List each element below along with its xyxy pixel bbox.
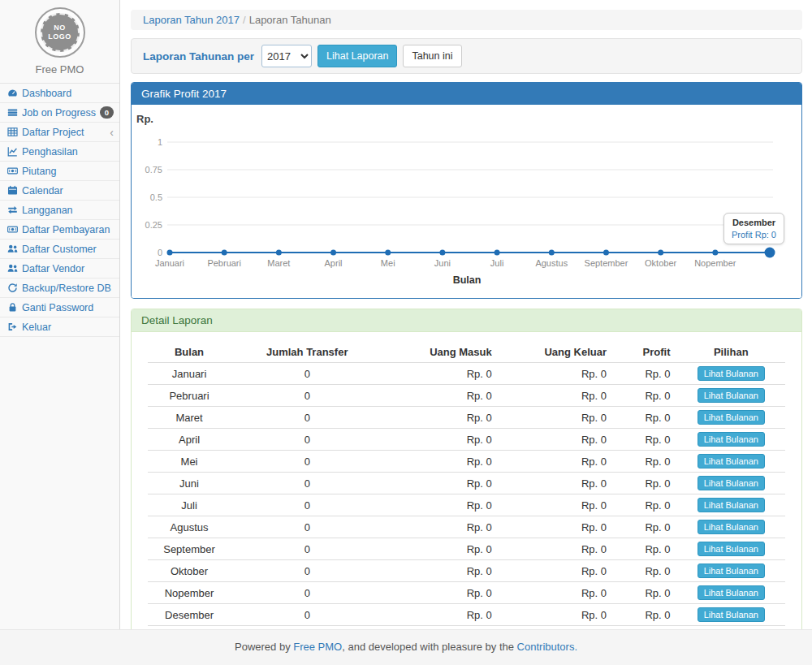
app-layout: NO LOGO Free PMO DashboardJob on Progres… bbox=[0, 0, 812, 629]
cell-jumlah-transfer: 0 bbox=[231, 407, 383, 429]
cell-profit: Rp. 0 bbox=[613, 626, 677, 630]
refresh-icon bbox=[6, 283, 19, 294]
x-tick-label-juli: Juli bbox=[490, 258, 504, 268]
sidebar: NO LOGO Free PMO DashboardJob on Progres… bbox=[0, 0, 120, 629]
tahun-ini-button[interactable]: Tahun ini bbox=[403, 45, 461, 68]
cell-uang-masuk: Rp. 0 bbox=[383, 560, 498, 582]
chart-point-mei[interactable] bbox=[385, 250, 391, 256]
sidebar-item-dashboard[interactable]: Dashboard bbox=[0, 84, 119, 103]
sidebar-item-piutang[interactable]: Piutang bbox=[0, 162, 119, 181]
chart-point-januari[interactable] bbox=[167, 250, 173, 256]
breadcrumb-link-laporan-tahun[interactable]: Laporan Tahun 2017 bbox=[143, 14, 240, 26]
lihat-bulanan-button-mei[interactable]: Lihat Bulanan bbox=[698, 454, 765, 469]
table-row-agustus: Agustus0Rp. 0Rp. 0Rp. 0Lihat Bulanan bbox=[148, 516, 785, 538]
chart-point-oktober[interactable] bbox=[658, 250, 663, 256]
cell-jumlah-transfer: 0 bbox=[231, 516, 383, 538]
chart-point-april[interactable] bbox=[330, 250, 336, 256]
lihat-bulanan-button-desember[interactable]: Lihat Bulanan bbox=[698, 607, 765, 622]
lihat-laporan-button[interactable]: Lihat Laporan bbox=[317, 45, 397, 68]
sidebar-item-ganti-password[interactable]: Ganti Password bbox=[0, 298, 119, 317]
chart-point-september[interactable] bbox=[603, 250, 609, 256]
dashboard-icon bbox=[6, 88, 19, 99]
brand-name: Free PMO bbox=[0, 58, 119, 83]
cell-bulan: Januari bbox=[148, 363, 231, 385]
sidebar-item-label: Langganan bbox=[22, 205, 73, 216]
table-row-juni: Juni0Rp. 0Rp. 0Rp. 0Lihat Bulanan bbox=[148, 473, 785, 494]
cell-jumlah-transfer: 0 bbox=[231, 385, 383, 407]
lihat-bulanan-button-maret[interactable]: Lihat Bulanan bbox=[698, 410, 765, 425]
money-icon bbox=[6, 224, 19, 235]
cell-jumlah-transfer: 0 bbox=[231, 494, 383, 516]
cell-bulan: Nopember bbox=[148, 582, 231, 604]
sidebar-item-langganan[interactable]: Langganan bbox=[0, 201, 119, 220]
footer-text-prefix: Powered by bbox=[235, 641, 293, 653]
chart-point-nopember[interactable] bbox=[712, 250, 718, 256]
lihat-bulanan-button-oktober[interactable]: Lihat Bulanan bbox=[698, 564, 765, 578]
sidebar-item-daftar-project[interactable]: Daftar Project‹ bbox=[0, 123, 119, 142]
year-select[interactable]: 2017 bbox=[261, 45, 312, 67]
chart-point-pebruari[interactable] bbox=[222, 250, 227, 256]
detail-laporan-panel: Detail Laporan BulanJumlah TransferUang … bbox=[131, 309, 802, 629]
cell-jumlah-transfer: 0 bbox=[231, 560, 383, 582]
cell-pilihan: Lihat Bulanan bbox=[677, 516, 785, 538]
cell-uang-keluar: Rp. 0 bbox=[499, 363, 613, 385]
chart-point-agustus[interactable] bbox=[549, 250, 555, 256]
line-chart-icon bbox=[6, 146, 19, 158]
sidebar-item-label: Penghasilan bbox=[22, 146, 78, 158]
sidebar-item-calendar[interactable]: Calendar bbox=[0, 181, 119, 201]
y-tick-label: 0.75 bbox=[145, 165, 162, 175]
footer-link-contributors[interactable]: Contributors. bbox=[517, 641, 577, 653]
cell-bulan: Maret bbox=[148, 407, 231, 429]
money-icon bbox=[6, 166, 19, 177]
cell-uang-keluar: Rp. 0 bbox=[499, 494, 613, 516]
footer-link-free-pmo[interactable]: Free PMO bbox=[293, 641, 342, 653]
logo-badge: NO LOGO bbox=[35, 7, 85, 58]
x-tick-label-mei: Mei bbox=[381, 258, 395, 268]
lihat-bulanan-button-nopember[interactable]: Lihat Bulanan bbox=[698, 585, 765, 600]
table-icon bbox=[6, 127, 19, 138]
chart-point-juni[interactable] bbox=[439, 250, 445, 256]
cell-pilihan: Lihat Bulanan bbox=[677, 560, 785, 582]
cell-uang-keluar: Rp. 0 bbox=[499, 582, 613, 604]
logo-text-line2: LOGO bbox=[48, 32, 71, 41]
logo: NO LOGO Free PMO bbox=[0, 0, 119, 83]
chart-point-desember[interactable] bbox=[765, 248, 775, 258]
lihat-bulanan-button-september[interactable]: Lihat Bulanan bbox=[698, 542, 765, 556]
lihat-bulanan-button-januari[interactable]: Lihat Bulanan bbox=[698, 366, 765, 381]
lihat-bulanan-button-pebruari[interactable]: Lihat Bulanan bbox=[698, 388, 765, 403]
sidebar-item-penghasilan[interactable]: Penghasilan bbox=[0, 142, 119, 162]
col-header-pilihan: Pilihan bbox=[677, 342, 785, 363]
cell-profit: Rp. 0 bbox=[613, 582, 677, 604]
sidebar-item-backup-restore-db[interactable]: Backup/Restore DB bbox=[0, 279, 119, 298]
y-tick-label: 0 bbox=[158, 248, 162, 257]
tasks-icon bbox=[6, 107, 19, 119]
users-icon bbox=[6, 244, 19, 255]
table-row-desember: Desember0Rp. 0Rp. 0Rp. 0Lihat Bulanan bbox=[148, 604, 785, 626]
lihat-bulanan-button-agustus[interactable]: Lihat Bulanan bbox=[698, 520, 765, 534]
cell-profit: Rp. 0 bbox=[613, 385, 677, 407]
breadcrumb-current: Laporan Tahunan bbox=[249, 14, 331, 26]
cell-profit: Rp. 0 bbox=[613, 516, 677, 538]
cell-profit: Rp. 0 bbox=[613, 363, 677, 385]
chart-point-maret[interactable] bbox=[276, 250, 282, 256]
sidebar-item-keluar[interactable]: Keluar bbox=[0, 317, 119, 337]
detail-body: BulanJumlah TransferUang MasukUang Kelua… bbox=[132, 332, 801, 629]
chart-point-juli[interactable] bbox=[495, 250, 500, 256]
cell-profit: Rp. 0 bbox=[613, 494, 677, 516]
sidebar-item-daftar-pembayaran[interactable]: Daftar Pembayaran bbox=[0, 220, 119, 240]
cell-uang-masuk: Rp. 0 bbox=[383, 516, 498, 538]
lihat-bulanan-button-april[interactable]: Lihat Bulanan bbox=[698, 432, 765, 447]
cell-uang-masuk: Rp. 0 bbox=[383, 407, 498, 429]
sidebar-item-daftar-vendor[interactable]: Daftar Vendor bbox=[0, 259, 119, 279]
sidebar-item-daftar-customer[interactable]: Daftar Customer bbox=[0, 240, 119, 259]
lihat-bulanan-button-juni[interactable]: Lihat Bulanan bbox=[698, 476, 765, 490]
report-table: BulanJumlah TransferUang MasukUang Kelua… bbox=[148, 342, 785, 629]
cell-profit: Rp. 0 bbox=[613, 560, 677, 582]
cell-pilihan: Lihat Bulanan bbox=[677, 582, 785, 604]
chevron-left-icon: ‹ bbox=[110, 127, 114, 138]
retweet-icon bbox=[6, 205, 19, 216]
sidebar-item-job-on-progress[interactable]: Job on Progress0 bbox=[0, 103, 119, 123]
lihat-bulanan-button-juli[interactable]: Lihat Bulanan bbox=[698, 498, 765, 512]
cell-jumlah-transfer: 0 bbox=[231, 604, 383, 626]
cell-jumlah-transfer: 0 bbox=[231, 429, 383, 451]
